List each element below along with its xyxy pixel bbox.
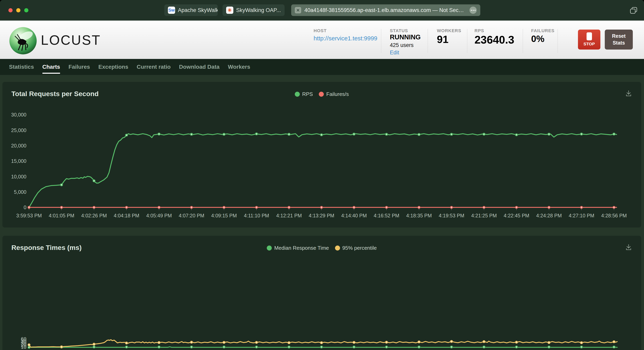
url-text: 40a4148f-381559556.ap-east-1.elb.amazona… [304, 7, 465, 13]
legend-label: Failures/s [326, 91, 349, 97]
rps-stat: RPS 23640.3 [474, 28, 514, 46]
tab-label: SkyWalking OAP... [236, 7, 281, 13]
legend-item-failures[interactable]: Failures/s [319, 91, 349, 97]
download-chart-icon[interactable] [625, 244, 632, 252]
download-chart-icon[interactable] [625, 90, 632, 98]
svg-text:4:21:25 PM: 4:21:25 PM [471, 213, 497, 218]
legend-dot [335, 245, 340, 250]
window-zoom-button[interactable] [24, 8, 28, 12]
stop-icon [586, 32, 592, 40]
locust-logo [9, 26, 37, 55]
main-nav: Statistics Charts Failures Exceptions Cu… [0, 59, 644, 75]
failures-label: FAILURES [531, 28, 554, 33]
svg-text:15,000: 15,000 [11, 158, 26, 164]
browser-window: Sw Apache SkyWalki... ✳ SkyWalking OAP..… [0, 0, 644, 350]
legend-dot [267, 245, 272, 250]
svg-text:4:18:35 PM: 4:18:35 PM [406, 213, 432, 218]
brand-title: LOCUST [41, 32, 101, 48]
stop-button-label: STOP [578, 41, 600, 46]
tab-close-icon[interactable] [295, 7, 301, 13]
svg-text:4:07:20 PM: 4:07:20 PM [179, 213, 204, 218]
tab-label: Apache SkyWalki... [178, 7, 218, 13]
svg-text:0: 0 [24, 204, 26, 210]
window-close-button[interactable] [8, 8, 12, 12]
status-value: RUNNING [390, 33, 421, 41]
reset-stats-label: Reset Stats [611, 33, 627, 46]
svg-text:4:05:49 PM: 4:05:49 PM [146, 213, 172, 218]
tab-workers[interactable]: Workers [228, 59, 250, 75]
svg-text:10,000: 10,000 [11, 174, 26, 179]
divider [381, 29, 381, 53]
legend-item-95th[interactable]: 95% percentile [335, 245, 377, 251]
host-stat: HOST http://service1.test:9999 [314, 28, 378, 42]
legend-item-median[interactable]: Median Response Time [267, 245, 329, 251]
workers-value: 91 [437, 33, 448, 45]
workers-label: WORKERS [437, 28, 461, 33]
legend-label: 95% percentile [342, 245, 377, 251]
response-times-chart-plot: 102030405060 [2, 236, 641, 350]
rps-chart-plot: 05,00010,00015,00020,00025,00030,0003:59… [2, 82, 641, 227]
tab-exceptions[interactable]: Exceptions [98, 59, 128, 75]
rps-label: RPS [474, 28, 514, 33]
divider [558, 29, 558, 53]
status-stat: STATUS RUNNING 425 users Edit [390, 28, 421, 56]
divider [523, 29, 523, 53]
svg-text:4:04:18 PM: 4:04:18 PM [114, 213, 139, 218]
legend-dot [319, 92, 324, 97]
svg-text:4:28:56 PM: 4:28:56 PM [601, 213, 627, 218]
failures-value: 0% [531, 33, 544, 44]
stop-button[interactable]: STOP [578, 29, 600, 49]
tab-more-icon[interactable] [470, 6, 477, 14]
svg-text:4:27:10 PM: 4:27:10 PM [569, 213, 594, 218]
legend-item-rps[interactable]: RPS [295, 91, 313, 97]
failures-stat: FAILURES 0% [531, 28, 554, 44]
response-times-chart-panel: 102030405060 Response Times (ms) Median … [2, 236, 641, 350]
status-users: 425 users [390, 42, 421, 48]
workers-stat: WORKERS 91 [437, 28, 461, 45]
divider [467, 29, 467, 53]
browser-tab-active-url[interactable]: 40a4148f-381559556.ap-east-1.elb.amazona… [291, 4, 480, 16]
host-label: HOST [314, 28, 378, 33]
browser-tab-skywalking-oap[interactable]: ✳ SkyWalking OAP... [222, 4, 284, 16]
svg-text:4:12:21 PM: 4:12:21 PM [276, 213, 302, 218]
tab-download-data[interactable]: Download Data [179, 59, 220, 75]
svg-text:4:11:10 PM: 4:11:10 PM [244, 213, 269, 218]
reset-stats-button[interactable]: Reset Stats [605, 29, 633, 49]
chart-title: Total Requests per Second [12, 90, 99, 98]
browser-chrome: Sw Apache SkyWalki... ✳ SkyWalking OAP..… [0, 0, 644, 20]
tab-current-ratio[interactable]: Current ratio [137, 59, 171, 75]
host-link[interactable]: http://service1.test:9999 [314, 35, 378, 42]
tab-charts[interactable]: Charts [42, 59, 60, 75]
svg-text:3:59:53 PM: 3:59:53 PM [16, 213, 42, 218]
rps-value: 23640.3 [474, 33, 514, 46]
window-minimize-button[interactable] [16, 8, 20, 12]
tab-failures[interactable]: Failures [68, 59, 90, 75]
svg-text:4:09:15 PM: 4:09:15 PM [211, 213, 237, 218]
tab-overview-icon[interactable] [630, 6, 638, 15]
chart-title: Response Times (ms) [12, 244, 82, 251]
svg-text:4:22:45 PM: 4:22:45 PM [504, 213, 529, 218]
legend-dot [295, 92, 300, 97]
legend-label: Median Response Time [274, 245, 329, 251]
svg-text:20,000: 20,000 [11, 143, 26, 149]
svg-text:4:01:05 PM: 4:01:05 PM [49, 213, 74, 218]
legend-label: RPS [302, 91, 313, 97]
skywalking-sw-favicon: Sw [168, 6, 175, 14]
svg-text:4:02:26 PM: 4:02:26 PM [81, 213, 107, 218]
svg-text:4:19:53 PM: 4:19:53 PM [439, 213, 464, 218]
svg-text:25,000: 25,000 [11, 128, 26, 133]
edit-link[interactable]: Edit [390, 49, 421, 56]
svg-text:4:16:52 PM: 4:16:52 PM [374, 213, 399, 218]
svg-text:4:24:28 PM: 4:24:28 PM [536, 213, 562, 218]
svg-text:4:13:29 PM: 4:13:29 PM [309, 213, 334, 218]
app-header: LOCUST HOST http://service1.test:9999 ST… [0, 20, 644, 59]
rps-chart-panel: 05,00010,00015,00020,00025,00030,0003:59… [2, 82, 641, 227]
skywalking-oap-favicon: ✳ [226, 6, 233, 14]
svg-text:4:14:40 PM: 4:14:40 PM [341, 213, 367, 218]
svg-text:5,000: 5,000 [14, 189, 26, 195]
browser-tab-apache-skywalking[interactable]: Sw Apache SkyWalki... [164, 4, 218, 16]
svg-text:30,000: 30,000 [11, 112, 26, 118]
status-label: STATUS [390, 28, 421, 33]
svg-text:60: 60 [21, 336, 26, 342]
tab-statistics[interactable]: Statistics [9, 59, 34, 75]
